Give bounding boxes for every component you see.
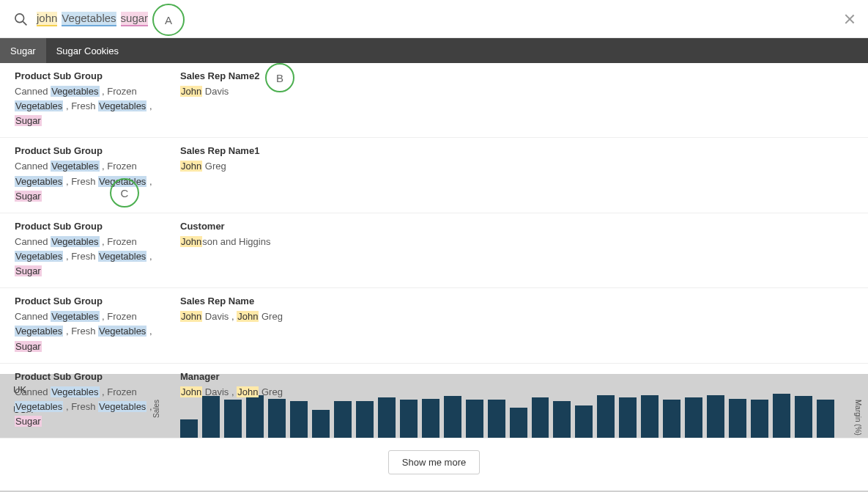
show-more-button[interactable]: Show me more [388,450,480,474]
result-field-title: Sales Rep Name [180,295,341,306]
result-field-title: Product Sub Group [15,221,154,232]
search-bar: john Vegetables sugar [0,0,868,38]
search-term-john: john [37,12,57,26]
svg-line-1 [23,21,26,25]
suggestion-bar: SugarSugar Cookies [0,38,868,63]
result-field-body: John Davis , John Greg [180,309,341,324]
search-icon [13,12,28,26]
result-field-title: Manager [180,371,341,382]
result-row[interactable]: Product Sub GroupCanned Vegetables , Fro… [0,138,868,213]
search-results: Product Sub GroupCanned Vegetables , Fro… [0,63,868,438]
search-input[interactable]: john Vegetables sugar [37,12,148,26]
result-field-title: Product Sub Group [15,371,154,382]
result-field-body: Canned Vegetables , Frozen Vegetables , … [15,159,154,203]
suggestion-item[interactable]: Sugar Cookies [46,38,129,63]
result-row[interactable]: Product Sub GroupCanned Vegetables , Fro… [0,63,868,138]
result-field-body: John Davis [180,84,341,99]
result-field-body: Canned Vegetables , Frozen Vegetables , … [15,385,154,429]
result-field-title: Product Sub Group [15,295,154,306]
result-field-body: Johnson and Higgins [180,235,341,249]
result-field-body: Canned Vegetables , Frozen Vegetables , … [15,84,154,128]
result-field-title: Product Sub Group [15,145,154,156]
show-more-wrap: Show me more [0,438,868,491]
result-row[interactable]: Product Sub GroupCanned Vegetables , Fro… [0,364,868,438]
result-field-title: Customer [180,221,341,232]
svg-point-0 [15,13,24,22]
result-field-title: Product Sub Group [15,70,154,81]
result-row[interactable]: Product Sub GroupCanned Vegetables , Fro… [0,213,868,288]
suggestion-item[interactable]: Sugar [0,38,46,63]
result-field-title: Sales Rep Name2 [180,70,341,81]
result-row[interactable]: Product Sub GroupCanned Vegetables , Fro… [0,288,868,363]
close-icon[interactable] [845,14,855,24]
result-field-body: John Davis , John Greg [180,385,341,400]
result-field-body: Canned Vegetables , Frozen Vegetables , … [15,309,154,353]
result-field-body: John Greg [180,159,341,174]
result-field-title: Sales Rep Name1 [180,145,341,156]
search-term-vegetables: Vegetables [62,12,116,26]
search-term-sugar: sugar [121,12,149,26]
result-field-body: Canned Vegetables , Frozen Vegetables , … [15,235,154,279]
